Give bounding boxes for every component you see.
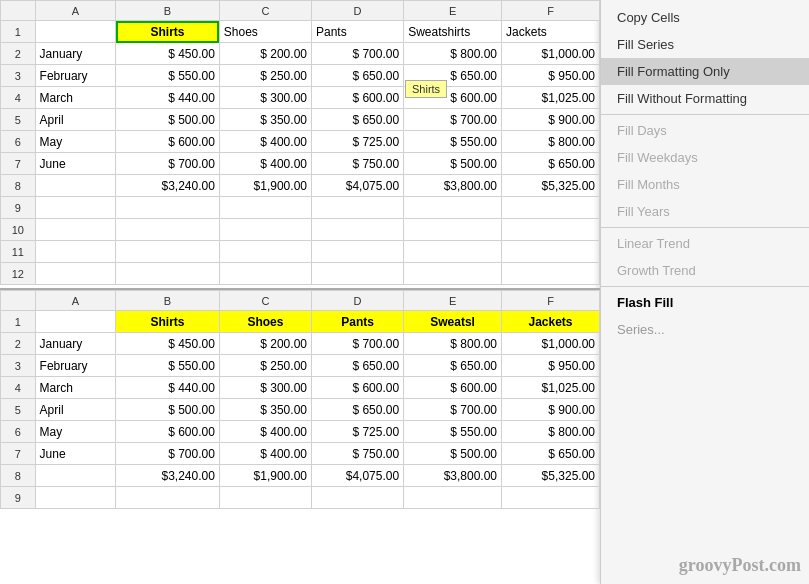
cell-b3A[interactable]: February	[35, 355, 116, 377]
cell-2B[interactable]: $ 450.00	[116, 43, 220, 65]
cell-4C[interactable]: $ 300.00	[219, 87, 311, 109]
cell-b8A[interactable]	[35, 465, 116, 487]
cell-b5A[interactable]: April	[35, 399, 116, 421]
cell-6F[interactable]: $ 800.00	[502, 131, 600, 153]
cell-3A[interactable]: February	[35, 65, 116, 87]
cell-b2D[interactable]: $ 700.00	[311, 333, 403, 355]
menu-item-fill-days[interactable]: Fill Days	[601, 117, 809, 144]
cell-b6D[interactable]: $ 725.00	[311, 421, 403, 443]
cell-b5B[interactable]: $ 500.00	[116, 399, 220, 421]
cell-6B[interactable]: $ 600.00	[116, 131, 220, 153]
cell-b7B[interactable]: $ 700.00	[116, 443, 220, 465]
cell-b1F-jackets[interactable]: Jackets	[502, 311, 600, 333]
cell-b4B[interactable]: $ 440.00	[116, 377, 220, 399]
cell-b4C[interactable]: $ 300.00	[219, 377, 311, 399]
cell-3F[interactable]: $ 950.00	[502, 65, 600, 87]
cell-b6B[interactable]: $ 600.00	[116, 421, 220, 443]
menu-item-copy-cells[interactable]: Copy Cells	[601, 4, 809, 31]
cell-8B[interactable]: $3,240.00	[116, 175, 220, 197]
cell-b7C[interactable]: $ 400.00	[219, 443, 311, 465]
cell-b3B[interactable]: $ 550.00	[116, 355, 220, 377]
cell-b8B[interactable]: $3,240.00	[116, 465, 220, 487]
cell-2E[interactable]: $ 800.00	[404, 43, 502, 65]
cell-4D[interactable]: $ 600.00	[311, 87, 403, 109]
cell-1D[interactable]: Pants	[311, 21, 403, 43]
cell-5F[interactable]: $ 900.00	[502, 109, 600, 131]
col-header-C[interactable]: C	[219, 1, 311, 21]
cell-7C[interactable]: $ 400.00	[219, 153, 311, 175]
cell-4F[interactable]: $1,025.00	[502, 87, 600, 109]
cell-1B-shirts[interactable]: Shirts	[116, 21, 220, 43]
menu-item-fill-years[interactable]: Fill Years	[601, 198, 809, 225]
col-header-F[interactable]: F	[502, 1, 600, 21]
cell-6D[interactable]: $ 725.00	[311, 131, 403, 153]
cell-7D[interactable]: $ 750.00	[311, 153, 403, 175]
cell-b8D[interactable]: $4,075.00	[311, 465, 403, 487]
cell-b7A[interactable]: June	[35, 443, 116, 465]
cell-5D[interactable]: $ 650.00	[311, 109, 403, 131]
cell-2D[interactable]: $ 700.00	[311, 43, 403, 65]
col-header-B[interactable]: B	[116, 1, 220, 21]
cell-7B[interactable]: $ 700.00	[116, 153, 220, 175]
menu-item-fill-formatting[interactable]: Fill Formatting Only	[601, 58, 809, 85]
cell-b2E[interactable]: $ 800.00	[404, 333, 502, 355]
menu-item-fill-months[interactable]: Fill Months	[601, 171, 809, 198]
cell-b4F[interactable]: $1,025.00	[502, 377, 600, 399]
cell-b1C-shoes[interactable]: Shoes	[219, 311, 311, 333]
col-header-A[interactable]: A	[35, 291, 116, 311]
col-header-D[interactable]: D	[311, 1, 403, 21]
cell-6E[interactable]: $ 550.00	[404, 131, 502, 153]
cell-b3E[interactable]: $ 650.00	[404, 355, 502, 377]
cell-7A[interactable]: June	[35, 153, 116, 175]
cell-5A[interactable]: April	[35, 109, 116, 131]
cell-6A[interactable]: May	[35, 131, 116, 153]
cell-b8E[interactable]: $3,800.00	[404, 465, 502, 487]
cell-4E[interactable]: $ 600.00	[404, 87, 502, 109]
cell-3B[interactable]: $ 550.00	[116, 65, 220, 87]
cell-6C[interactable]: $ 400.00	[219, 131, 311, 153]
cell-b2B[interactable]: $ 450.00	[116, 333, 220, 355]
menu-item-fill-series[interactable]: Fill Series	[601, 31, 809, 58]
menu-item-flash-fill[interactable]: Flash Fill	[601, 289, 809, 316]
cell-5B[interactable]: $ 500.00	[116, 109, 220, 131]
cell-2C[interactable]: $ 200.00	[219, 43, 311, 65]
cell-8F[interactable]: $5,325.00	[502, 175, 600, 197]
cell-1E[interactable]: Sweatshirts	[404, 21, 502, 43]
menu-item-series[interactable]: Series...	[601, 316, 809, 343]
cell-5E[interactable]: $ 700.00	[404, 109, 502, 131]
cell-b2F[interactable]: $1,000.00	[502, 333, 600, 355]
cell-b8F[interactable]: $5,325.00	[502, 465, 600, 487]
menu-item-fill-without-formatting[interactable]: Fill Without Formatting	[601, 85, 809, 112]
cell-7E[interactable]: $ 500.00	[404, 153, 502, 175]
menu-item-linear-trend[interactable]: Linear Trend	[601, 230, 809, 257]
col-header-E[interactable]: E	[404, 1, 502, 21]
cell-b1E-sweat[interactable]: Sweatsl	[404, 311, 502, 333]
cell-b6E[interactable]: $ 550.00	[404, 421, 502, 443]
cell-b2A[interactable]: January	[35, 333, 116, 355]
col-header-B[interactable]: B	[116, 291, 220, 311]
cell-3C[interactable]: $ 250.00	[219, 65, 311, 87]
cell-b5E[interactable]: $ 700.00	[404, 399, 502, 421]
cell-4B[interactable]: $ 440.00	[116, 87, 220, 109]
col-header-A[interactable]: A	[35, 1, 116, 21]
cell-b7E[interactable]: $ 500.00	[404, 443, 502, 465]
cell-b2C[interactable]: $ 200.00	[219, 333, 311, 355]
cell-b5D[interactable]: $ 650.00	[311, 399, 403, 421]
cell-b3F[interactable]: $ 950.00	[502, 355, 600, 377]
cell-b8C[interactable]: $1,900.00	[219, 465, 311, 487]
cell-8C[interactable]: $1,900.00	[219, 175, 311, 197]
col-header-F[interactable]: F	[502, 291, 600, 311]
cell-5C[interactable]: $ 350.00	[219, 109, 311, 131]
cell-b1B-shirts[interactable]: Shirts	[116, 311, 220, 333]
cell-b4A[interactable]: March	[35, 377, 116, 399]
cell-b6F[interactable]: $ 800.00	[502, 421, 600, 443]
cell-3D[interactable]: $ 650.00	[311, 65, 403, 87]
cell-b3C[interactable]: $ 250.00	[219, 355, 311, 377]
cell-b3D[interactable]: $ 650.00	[311, 355, 403, 377]
cell-4A[interactable]: March	[35, 87, 116, 109]
cell-7F[interactable]: $ 650.00	[502, 153, 600, 175]
cell-3E[interactable]: $ 650.00	[404, 65, 502, 87]
cell-b5F[interactable]: $ 900.00	[502, 399, 600, 421]
col-header-D[interactable]: D	[311, 291, 403, 311]
cell-1C[interactable]: Shoes	[219, 21, 311, 43]
